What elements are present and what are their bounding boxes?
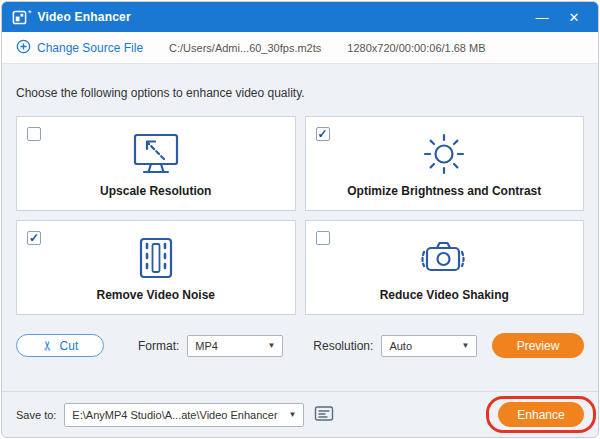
window-controls: — ✕ bbox=[528, 6, 588, 28]
option-label: Reduce Video Shaking bbox=[380, 288, 509, 302]
main-area: Choose the following options to enhance … bbox=[2, 64, 598, 391]
file-info: 1280x720/00:00:06/1.68 MB bbox=[347, 42, 485, 54]
optimize-brightness-checkbox[interactable]: ✓ bbox=[316, 127, 330, 141]
controls-row: ✂ Cut Format: MP4 ▼ Resolution: Auto ▼ P… bbox=[16, 333, 584, 358]
option-card-reduce-shaking[interactable]: Reduce Video Shaking bbox=[305, 220, 585, 315]
option-label: Optimize Brightness and Contrast bbox=[347, 184, 541, 198]
preview-button[interactable]: Preview bbox=[492, 333, 584, 358]
plus-circle-icon bbox=[16, 39, 31, 57]
option-label: Remove Video Noise bbox=[97, 288, 216, 302]
close-button[interactable]: ✕ bbox=[560, 6, 588, 28]
app-icon: * bbox=[12, 10, 32, 25]
app-star: * bbox=[28, 8, 32, 18]
resolution-value: Auto bbox=[389, 340, 412, 352]
change-source-label: Change Source File bbox=[37, 41, 143, 55]
enhance-button[interactable]: Enhance bbox=[498, 402, 584, 427]
window-title: Video Enhancer bbox=[38, 10, 131, 24]
scissors-icon: ✂ bbox=[40, 340, 55, 351]
footer-bar: Save to: E:\AnyMP4 Studio\A...ate\Video … bbox=[2, 391, 598, 437]
chevron-down-icon: ▼ bbox=[282, 410, 296, 419]
chevron-down-icon: ▼ bbox=[461, 341, 469, 350]
format-select[interactable]: MP4 ▼ bbox=[187, 335, 283, 357]
film-strip-icon bbox=[134, 234, 178, 282]
page-heading: Choose the following options to enhance … bbox=[16, 86, 584, 100]
remove-noise-checkbox[interactable]: ✓ bbox=[27, 231, 41, 245]
minimize-button[interactable]: — bbox=[528, 6, 556, 28]
enhance-button-area: Enhance bbox=[498, 402, 584, 427]
brightness-sun-icon bbox=[421, 130, 467, 178]
format-value: MP4 bbox=[195, 340, 218, 352]
resolution-select[interactable]: Auto ▼ bbox=[381, 335, 477, 357]
option-card-remove-noise[interactable]: ✓ Remove Video Noise bbox=[16, 220, 296, 315]
camera-shake-icon bbox=[420, 234, 468, 282]
change-source-button[interactable]: Change Source File bbox=[16, 39, 143, 57]
upscale-resolution-icon bbox=[131, 130, 181, 178]
upscale-resolution-checkbox[interactable] bbox=[27, 127, 41, 141]
option-card-upscale-resolution[interactable]: Upscale Resolution bbox=[16, 116, 296, 211]
save-to-label: Save to: bbox=[16, 409, 56, 421]
browse-folder-icon bbox=[314, 405, 334, 425]
options-grid: Upscale Resolution ✓ Optimize Brightness… bbox=[16, 116, 584, 315]
chevron-down-icon: ▼ bbox=[267, 341, 275, 350]
format-label: Format: bbox=[138, 339, 179, 353]
cut-label: Cut bbox=[60, 339, 79, 353]
option-label: Upscale Resolution bbox=[100, 184, 211, 198]
browse-folder-button[interactable] bbox=[310, 403, 338, 427]
titlebar: * Video Enhancer — ✕ bbox=[2, 2, 598, 32]
resolution-label: Resolution: bbox=[313, 339, 373, 353]
save-path-select[interactable]: E:\AnyMP4 Studio\A...ate\Video Enhancer … bbox=[64, 403, 304, 427]
cut-button[interactable]: ✂ Cut bbox=[16, 334, 104, 357]
file-path: C:/Users/Admi...60_30fps.m2ts bbox=[169, 42, 321, 54]
reduce-shaking-checkbox[interactable] bbox=[316, 231, 330, 245]
video-enhancer-window: * Video Enhancer — ✕ Change Source File … bbox=[1, 1, 599, 438]
save-path-value: E:\AnyMP4 Studio\A...ate\Video Enhancer bbox=[72, 409, 277, 421]
toolbar: Change Source File C:/Users/Admi...60_30… bbox=[2, 32, 598, 64]
option-card-optimize-brightness[interactable]: ✓ Optimize Brightness and Contrast bbox=[305, 116, 585, 211]
